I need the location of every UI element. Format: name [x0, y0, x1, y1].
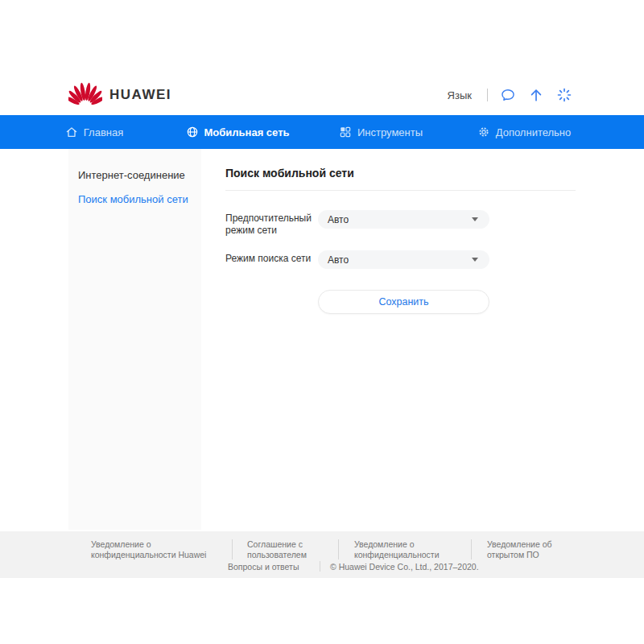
gear-icon	[477, 126, 490, 138]
main-navbar: Главная Мобильная сеть Инструменты	[0, 115, 644, 149]
router-admin-page: HUAWEI Язык	[0, 0, 644, 644]
save-button[interactable]: Сохранить	[318, 290, 489, 314]
select-value: Авто	[328, 254, 349, 266]
sidebar: Интернет-соединение Поиск мобильной сети	[68, 149, 201, 530]
huawei-logo: HUAWEI	[68, 82, 171, 108]
preferred-mode-select[interactable]: Авто	[318, 210, 489, 229]
logo-wordmark: HUAWEI	[109, 87, 171, 103]
grid-icon	[339, 126, 352, 138]
header-divider	[487, 89, 488, 101]
huawei-flower-icon	[68, 82, 102, 108]
globe-icon	[186, 126, 199, 138]
footer-divider	[232, 539, 233, 559]
tab-advanced[interactable]: Дополнительно	[452, 115, 596, 149]
chevron-down-icon	[472, 258, 478, 262]
tab-label: Дополнительно	[496, 126, 572, 138]
footer-link-user-agreement[interactable]: Соглашение с пользователем	[247, 539, 328, 560]
home-icon	[65, 126, 78, 138]
language-button[interactable]: Язык	[448, 89, 472, 101]
select-value: Авто	[328, 214, 349, 225]
footer-divider	[320, 561, 320, 572]
footer: Уведомление о конфиденциальности Huawei …	[0, 531, 644, 578]
footer-link-open-source[interactable]: Уведомление об открытом ПО	[487, 539, 584, 560]
search-mode-select[interactable]: Авто	[318, 250, 489, 269]
sidebar-item-network-search[interactable]: Поиск мобильной сети	[68, 188, 201, 212]
network-search-form: Предпочтительный режим сети Авто Режим п…	[225, 210, 576, 314]
tab-home[interactable]: Главная	[23, 115, 166, 149]
footer-link-privacy-huawei[interactable]: Уведомление о конфиденциальности Huawei	[91, 539, 228, 560]
header: HUAWEI Язык	[68, 80, 576, 114]
footer-divider	[471, 539, 472, 559]
title-divider	[225, 190, 576, 191]
footer-link-faq[interactable]: Вопросы и ответы	[228, 562, 299, 572]
tab-label: Мобильная сеть	[204, 126, 290, 138]
field-label: Предпочтительный режим сети	[225, 210, 318, 237]
tab-tools[interactable]: Инструменты	[309, 115, 452, 149]
copyright-text: © Huawei Device Co., Ltd., 2017–2020.	[330, 562, 479, 572]
form-row-preferred-mode: Предпочтительный режим сети Авто	[225, 210, 576, 237]
footer-divider	[338, 539, 339, 559]
field-label: Режим поиска сети	[225, 250, 318, 265]
chat-icon[interactable]	[500, 87, 516, 103]
tab-label: Инструменты	[357, 126, 423, 138]
navbar-tabs: Главная Мобильная сеть Инструменты	[23, 115, 596, 149]
header-actions: Язык	[448, 87, 572, 103]
loading-spinner-icon[interactable]	[556, 87, 572, 103]
upload-arrow-icon[interactable]	[528, 87, 544, 103]
page-title: Поиск мобильной сети	[225, 167, 576, 180]
footer-link-privacy-notice[interactable]: Уведомление о конфиденциальности	[354, 539, 455, 560]
button-row: Сохранить	[318, 290, 576, 314]
tab-label: Главная	[84, 126, 123, 138]
tab-mobile-network[interactable]: Мобильная сеть	[166, 115, 309, 149]
sidebar-item-internet-connection[interactable]: Интернет-соединение	[68, 163, 201, 188]
main-content: Поиск мобильной сети Предпочтительный ре…	[225, 149, 576, 314]
chevron-down-icon	[472, 217, 478, 221]
form-row-search-mode: Режим поиска сети Авто	[225, 250, 576, 269]
